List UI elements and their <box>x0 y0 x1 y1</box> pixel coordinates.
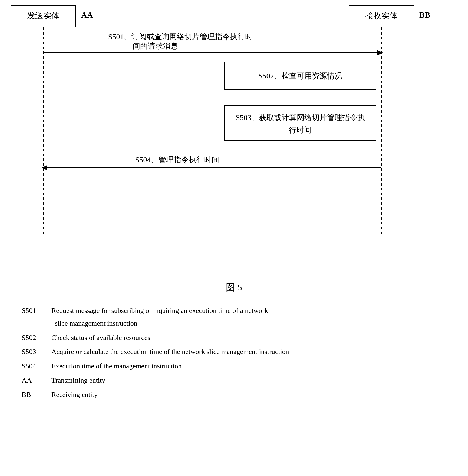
legend-text-aa: Transmitting entity <box>43 374 105 387</box>
s503-label-line2: 行时间 <box>289 126 312 134</box>
legend-text-s502: Check status of available resources <box>43 332 150 344</box>
legend-item-s504: S504 Execution time of the management in… <box>22 360 446 373</box>
legend-code-bb: BB <box>22 389 43 401</box>
s501-label-line2: 间的请求消息 <box>133 42 178 50</box>
s503-box <box>225 105 376 141</box>
s501-arrowhead <box>377 50 383 55</box>
s504-arrowhead <box>42 165 47 170</box>
legend-text-s501: Request message for subscribing or inqui… <box>43 305 268 330</box>
sequence-diagram: 发送实体 接收实体 AA BB S501、订阅或查询网络切片管理指令执行时 间的… <box>0 0 468 273</box>
legend-text-s504: Execution time of the management instruc… <box>43 360 182 373</box>
legend-code-aa: AA <box>22 374 43 387</box>
legend-item-bb: BB Receiving entity <box>22 389 446 401</box>
s503-label-line1: S503、获取或计算网络切片管理指令执 <box>236 113 365 122</box>
recv-entity-label: 接收实体 <box>365 11 398 20</box>
legend-code-s501: S501 <box>22 305 43 317</box>
s501-label-line1: S501、订阅或查询网络切片管理指令执行时 <box>108 32 253 41</box>
legend-code-s504: S504 <box>22 360 43 373</box>
legend-code-s502: S502 <box>22 332 43 344</box>
legend-code-s503: S503 <box>22 346 43 358</box>
legend-text-s503: Acquire or calculate the execution time … <box>43 346 289 358</box>
label-bb: BB <box>419 10 430 19</box>
legend-item-aa: AA Transmitting entity <box>22 374 446 387</box>
legend-item-s502: S502 Check status of available resources <box>22 332 446 344</box>
send-entity-label: 发送实体 <box>27 11 60 20</box>
label-aa: AA <box>81 10 93 19</box>
figure-caption: 图 5 <box>0 279 468 296</box>
legend-item-s503: S503 Acquire or calculate the execution … <box>22 346 446 358</box>
legend-text-bb: Receiving entity <box>43 389 98 401</box>
legend-section: S501 Request message for subscribing or … <box>0 296 468 411</box>
s502-label: S502、检查可用资源情况 <box>258 72 342 80</box>
s504-label: S504、管理指令执行时间 <box>135 156 219 164</box>
legend-item-s501: S501 Request message for subscribing or … <box>22 305 446 330</box>
